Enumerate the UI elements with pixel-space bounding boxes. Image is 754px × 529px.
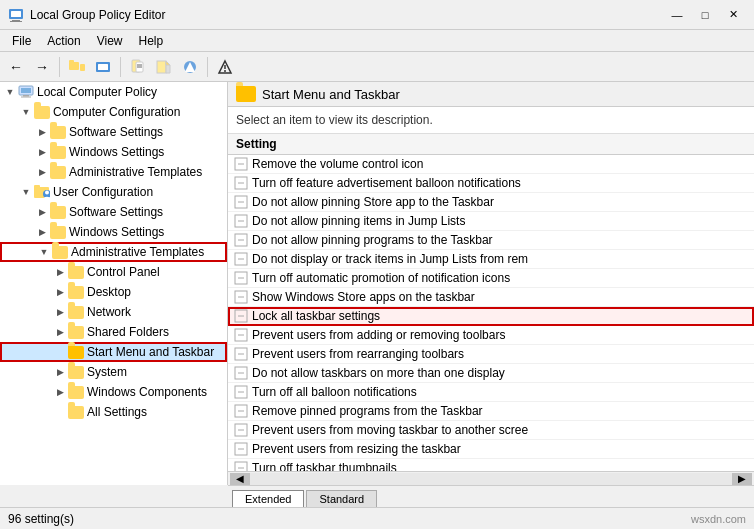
settings-row[interactable]: Turn off all balloon notifications [228, 383, 754, 402]
expand-icon: ▶ [52, 264, 68, 280]
setting-icon [234, 385, 248, 399]
setting-label: Turn off taskbar thumbnails [252, 461, 397, 471]
settings-row[interactable]: Remove pinned programs from the Taskbar [228, 402, 754, 421]
svg-rect-4 [69, 62, 79, 70]
settings-table: Setting Remove the volume control iconTu… [228, 134, 754, 471]
close-button[interactable]: ✕ [720, 5, 746, 25]
expand-icon: ▶ [34, 144, 50, 160]
setting-label: Do not allow pinning items in Jump Lists [252, 214, 465, 228]
settings-row[interactable]: Remove the volume control icon [228, 155, 754, 175]
tab-extended[interactable]: Extended [232, 490, 304, 507]
tree-item-user-configuration[interactable]: ▼ User Configuration [0, 182, 227, 202]
maximize-button[interactable]: □ [692, 5, 718, 25]
svg-rect-23 [23, 95, 29, 97]
forward-button[interactable]: → [30, 55, 54, 79]
computer-icon [18, 84, 34, 100]
tree-item-windows-settings-1[interactable]: ▶ Windows Settings [0, 142, 227, 162]
toolbar-btn-1[interactable] [65, 55, 89, 79]
menu-help[interactable]: Help [131, 32, 172, 50]
tree-item-windows-components[interactable]: ▶ Windows Components [0, 382, 227, 402]
settings-row[interactable]: Do not allow pinning Store app to the Ta… [228, 193, 754, 212]
expand-icon: ▶ [52, 284, 68, 300]
horizontal-scrollbar[interactable]: ◀ ▶ [228, 471, 754, 485]
settings-row[interactable]: Prevent users from rearranging toolbars [228, 345, 754, 364]
svg-point-28 [45, 191, 49, 195]
tree-item-admin-templates-2[interactable]: ▼ Administrative Templates [0, 242, 227, 262]
settings-row[interactable]: Prevent users from adding or removing to… [228, 326, 754, 345]
back-button[interactable]: ← [4, 55, 28, 79]
minimize-button[interactable]: — [664, 5, 690, 25]
settings-row[interactable]: Turn off feature advertisement balloon n… [228, 174, 754, 193]
menu-action[interactable]: Action [39, 32, 88, 50]
expand-icon: ▼ [2, 84, 18, 100]
settings-row[interactable]: Turn off automatic promotion of notifica… [228, 269, 754, 288]
toolbar-btn-2[interactable] [91, 55, 115, 79]
setting-icon [234, 423, 248, 437]
right-pane-header: Start Menu and Taskbar [228, 82, 754, 107]
toolbar-btn-5[interactable] [178, 55, 202, 79]
main-content: ▼ Local Computer Policy ▼ Computer Confi… [0, 82, 754, 507]
setting-icon [234, 252, 248, 266]
expand-icon: ▼ [18, 104, 34, 120]
tree-item-software-settings-2[interactable]: ▶ Software Settings [0, 202, 227, 222]
folder-icon [50, 144, 66, 160]
toolbar-btn-3[interactable] [126, 55, 150, 79]
folder-icon [34, 104, 50, 120]
settings-row[interactable]: Show Windows Store apps on the taskbar [228, 288, 754, 307]
expand-icon: ▼ [18, 184, 34, 200]
tree-item-windows-settings-2[interactable]: ▶ Windows Settings [0, 222, 227, 242]
tree-item-network[interactable]: ▶ Network [0, 302, 227, 322]
toolbar-btn-6[interactable] [213, 55, 237, 79]
setting-label: Prevent users from resizing the taskbar [252, 442, 461, 456]
settings-row[interactable]: Prevent users from moving taskbar to ano… [228, 421, 754, 440]
expand-icon: ▶ [34, 204, 50, 220]
settings-row[interactable]: Do not display or track items in Jump Li… [228, 250, 754, 269]
setting-icon [234, 461, 248, 471]
scroll-left-btn[interactable]: ◀ [230, 473, 250, 485]
scroll-right-btn[interactable]: ▶ [732, 473, 752, 485]
toolbar-btn-4[interactable] [152, 55, 176, 79]
setting-label: Do not allow pinning Store app to the Ta… [252, 195, 494, 209]
settings-row[interactable]: Do not allow pinning programs to the Tas… [228, 231, 754, 250]
tree-item-computer-configuration[interactable]: ▼ Computer Configuration [0, 102, 227, 122]
tree-label: User Configuration [53, 185, 153, 199]
tree-label: Control Panel [87, 265, 160, 279]
setting-label: Turn off all balloon notifications [252, 385, 417, 399]
setting-label: Turn off automatic promotion of notifica… [252, 271, 510, 285]
tree-item-system[interactable]: ▶ System [0, 362, 227, 382]
setting-icon [234, 442, 248, 456]
folder-icon [52, 244, 68, 260]
scroll-track [250, 473, 732, 485]
menu-view[interactable]: View [89, 32, 131, 50]
toolbar-separator-1 [59, 57, 60, 77]
settings-row[interactable]: Prevent users from resizing the taskbar [228, 440, 754, 459]
tree-item-software-settings-1[interactable]: ▶ Software Settings [0, 122, 227, 142]
title-bar: Local Group Policy Editor — □ ✕ [0, 0, 754, 30]
setting-label: Prevent users from moving taskbar to ano… [252, 423, 528, 437]
status-text: 96 setting(s) [8, 512, 74, 526]
tree-item-desktop[interactable]: ▶ Desktop [0, 282, 227, 302]
expand-icon: ▶ [34, 124, 50, 140]
svg-rect-24 [21, 97, 31, 98]
tree-item-all-settings[interactable]: ▶ All Settings [0, 402, 227, 422]
tree-item-start-menu-taskbar[interactable]: ▶ Start Menu and Taskbar [0, 342, 227, 362]
watermark: wsxdn.com [691, 513, 746, 525]
menu-file[interactable]: File [4, 32, 39, 50]
svg-rect-3 [10, 21, 22, 22]
folder-icon [68, 384, 84, 400]
settings-row[interactable]: Lock all taskbar settings [228, 307, 754, 326]
expand-icon: ▶ [34, 224, 50, 240]
tree-item-local-computer-policy[interactable]: ▼ Local Computer Policy [0, 82, 227, 102]
tree-item-admin-templates-1[interactable]: ▶ Administrative Templates [0, 162, 227, 182]
settings-row[interactable]: Do not allow pinning items in Jump Lists [228, 212, 754, 231]
setting-icon [234, 214, 248, 228]
svg-rect-26 [34, 185, 40, 189]
tree-item-control-panel[interactable]: ▶ Control Panel [0, 262, 227, 282]
tree-item-shared-folders[interactable]: ▶ Shared Folders [0, 322, 227, 342]
setting-icon [234, 290, 248, 304]
setting-label: Turn off feature advertisement balloon n… [252, 176, 521, 190]
settings-row[interactable]: Do not allow taskbars on more than one d… [228, 364, 754, 383]
setting-label: Remove the volume control icon [252, 157, 423, 171]
tab-standard[interactable]: Standard [306, 490, 377, 507]
settings-row[interactable]: Turn off taskbar thumbnails [228, 459, 754, 471]
